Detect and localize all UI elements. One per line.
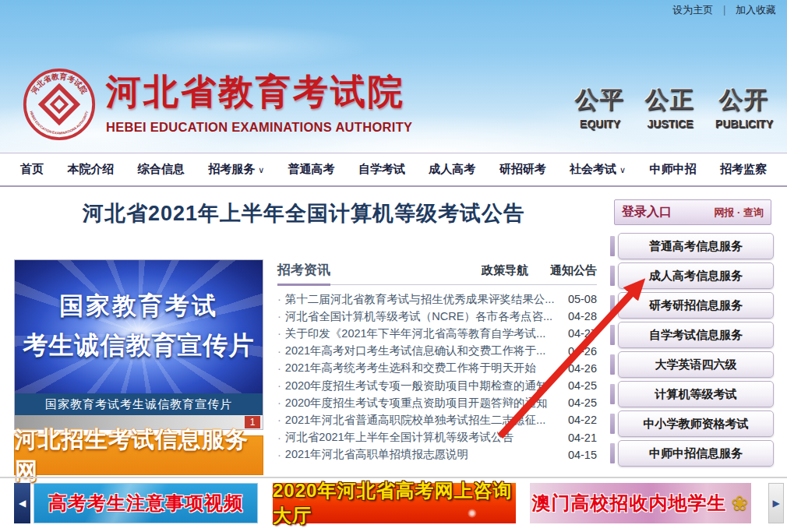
news-item-title: 2021年河北省普通高职院校单独考试招生二志愿征... <box>285 413 561 428</box>
sidebar-btn-cet[interactable]: 大学英语四六级 <box>618 351 774 378</box>
news-item-title: 河北省2021年上半年全国计算机等级考试公告 <box>285 430 561 445</box>
left-arrow-icon: ◀ <box>19 498 26 509</box>
purple-tab-icon <box>610 354 615 375</box>
banner-online-consult-hall[interactable]: 2020年河北省高考网上咨询大厅 <box>273 483 516 523</box>
bullet-icon: · <box>277 293 281 305</box>
sidebar-btn-adult-exam-info[interactable]: 成人高考信息服务 <box>618 262 774 289</box>
sidebar-services: 普通高考信息服务 成人高考信息服务 研考研招信息服务 自学考试信息服务 大学英语… <box>610 234 774 470</box>
sidebar-row: 中小学教师资格考试 <box>610 411 774 436</box>
login-entry-title: 登录入口 <box>622 204 672 220</box>
news-item-date: 04-15 <box>561 449 597 461</box>
tab-notices[interactable]: 通知公告 <box>550 263 597 278</box>
news-list: ·第十二届河北省教育考试与招生优秀成果评奖结果公...05-08 ·河北省全国计… <box>277 291 597 463</box>
site-brand: 河北省教育考试院 HEBEI EDUCATION EXAMINATIONS AU… <box>106 69 433 135</box>
news-item-date: 04-21 <box>561 432 597 444</box>
news-item-title: 第十二届河北省教育考试与招生优秀成果评奖结果公... <box>285 292 561 307</box>
sidebar-row: 研考研招信息服务 <box>610 293 774 318</box>
bullet-icon: · <box>277 432 281 444</box>
nav-exam-services[interactable]: 招考服务∨ <box>208 162 264 177</box>
purple-tab-icon <box>610 236 615 256</box>
news-item[interactable]: ·河北省2021年上半年全国计算机等级考试公告04-21 <box>277 429 597 446</box>
purple-tab-icon <box>610 295 615 315</box>
chevron-down-icon: ∨ <box>258 165 264 174</box>
tab-policy-nav[interactable]: 政策导航 <box>482 263 528 278</box>
nav-graduate-exam[interactable]: 研招研考 <box>499 162 546 177</box>
news-item-title: 关于印发《2021年下半年河北省高等教育自学考试... <box>285 326 561 341</box>
banner-macau-universities-text: 澳门高校招收内地学生 <box>532 491 727 516</box>
motto-justice-zh: 公正 <box>645 84 695 116</box>
news-item[interactable]: ·2020年度招生考试专项一般资助项目中期检查的通知04-25 <box>277 377 597 394</box>
motto-publicity-zh: 公开 <box>715 84 773 116</box>
authority-seal-logo: 河北省教育考试院 HEBEI EDUCATION EXAMINATIONS AU… <box>22 67 97 142</box>
news-item-title: 2020年度招生考试专项一般资助项目中期检查的通知 <box>285 379 561 393</box>
motto-group: 公平 EQUITY 公正 JUSTICE 公开 PUBLICITY <box>575 84 773 130</box>
news-item[interactable]: ·2021年河北省普通高职院校单独考试招生二志愿征...04-22 <box>277 411 597 428</box>
main-headline[interactable]: 河北省2021年上半年全国计算机等级考试公告 <box>8 199 600 227</box>
service-site-banner[interactable]: 河北招生考试信息服务网 <box>14 435 263 475</box>
lotus-icon: ❀ <box>732 491 750 516</box>
nav-gaokao[interactable]: 普通高考 <box>288 162 335 177</box>
news-item[interactable]: ·第十二届河北省教育考试与招生优秀成果评奖结果公...05-08 <box>277 291 597 308</box>
add-favorite-link[interactable]: 加入收藏 <box>736 3 776 17</box>
banner-macau-universities[interactable]: 澳门高校招收内地学生 ❀ <box>530 483 751 523</box>
nav-general-info[interactable]: 综合信息 <box>138 162 185 177</box>
news-item-date: 04-28 <box>561 310 597 322</box>
set-home-link[interactable]: 设为主页 <box>672 3 713 17</box>
sidebar-btn-gaokao-info[interactable]: 普通高考信息服务 <box>618 233 774 259</box>
bullet-icon: · <box>277 310 281 322</box>
promo-video-thumbnail[interactable]: 国家教育考试 考生诚信教育宣传片 <box>15 260 263 393</box>
nav-about[interactable]: 本院介绍 <box>67 162 114 177</box>
promo-video-box[interactable]: 国家教育考试 考生诚信教育宣传片 国家教育考试考生诚信教育宣传片 1 <box>14 259 263 430</box>
nav-adult-exam[interactable]: 成人高考 <box>429 162 475 177</box>
nav-secondary-normal[interactable]: 中师中招 <box>650 162 697 177</box>
news-item[interactable]: ·河北省全国计算机等级考试（NCRE）各市各考点咨...04-28 <box>277 308 597 325</box>
carousel-prev-button[interactable]: ◀ <box>14 483 30 523</box>
bullet-icon: · <box>277 449 281 461</box>
news-item[interactable]: ·2021年高考对口考生考试信息确认和交费工作将于...04-26 <box>277 343 597 360</box>
news-item[interactable]: ·2020年度招生考试专项重点资助项目开题答辩的通知04-25 <box>277 394 597 411</box>
carousel-next-button[interactable]: ▶ <box>768 483 784 523</box>
sidebar-btn-teacher-cert[interactable]: 中小学教师资格考试 <box>618 410 774 437</box>
right-arrow-icon: ▶ <box>772 498 779 509</box>
news-item-date: 04-26 <box>561 345 597 358</box>
sidebar-btn-graduate-info[interactable]: 研考研招信息服务 <box>618 292 774 319</box>
news-item[interactable]: ·关于印发《2021年下半年河北省高等教育自学考试...04-27 <box>277 325 597 342</box>
nav-home[interactable]: 首页 <box>20 162 44 177</box>
news-section: 招考资讯 政策导航 通知公告 ·第十二届河北省教育考试与招生优秀成果评奖结果公.… <box>277 259 597 463</box>
nav-exam-services-label: 招考服务 <box>208 162 255 175</box>
sidebar-row: 成人高考信息服务 <box>610 263 774 288</box>
news-item-title: 2021年河北省高职单招填报志愿说明 <box>285 447 561 462</box>
purple-tab-icon <box>610 266 615 286</box>
header-sky: 设为主页 ｜ 加入收藏 河北省教育考试院 HEBEI EDUCATION EXA… <box>0 0 787 153</box>
purple-tab-icon <box>610 414 615 434</box>
nav-supervision[interactable]: 招考监察 <box>720 162 767 177</box>
main-nav: 首页 本院介绍 综合信息 招考服务∨ 普通高考 自学考试 成人高考 研招研考 社… <box>0 153 787 187</box>
sidebar-btn-secondary-normal-info[interactable]: 中师中招信息服务 <box>618 440 774 467</box>
nav-social-exam[interactable]: 社会考试∨ <box>570 162 626 177</box>
video-caption: 国家教育考试考生诚信教育宣传片 <box>15 393 263 415</box>
sidebar-row: 自学考试信息服务 <box>610 322 774 347</box>
chevron-down-icon: ∨ <box>619 165 626 174</box>
news-section-title[interactable]: 招考资讯 <box>277 261 330 286</box>
sidebar-btn-ncre[interactable]: 计算机等级考试 <box>618 381 774 407</box>
bullet-icon: · <box>277 379 281 392</box>
site-title: 河北省教育考试院 <box>106 69 433 115</box>
motto-publicity-en: PUBLICITY <box>715 118 773 130</box>
motto-equity-zh: 公平 <box>575 84 625 116</box>
banner-gaokao-video[interactable]: 高考考生注意事项视频 <box>34 483 258 523</box>
sidebar-btn-self-study-info[interactable]: 自学考试信息服务 <box>618 322 774 348</box>
bullet-icon: · <box>277 327 281 340</box>
news-item-date: 05-08 <box>561 293 597 305</box>
login-entry-box[interactable]: 登录入口 网报 · 查询 <box>614 199 771 225</box>
bullet-icon: · <box>277 345 281 358</box>
purple-tab-icon <box>610 325 615 345</box>
top-links-separator: ｜ <box>719 3 729 17</box>
nav-self-study[interactable]: 自学考试 <box>358 162 405 177</box>
news-item[interactable]: ·2021年河北省高职单招填报志愿说明04-15 <box>277 446 597 463</box>
login-report-query-links[interactable]: 网报 · 查询 <box>714 206 764 220</box>
bullet-icon: · <box>277 414 281 426</box>
news-item[interactable]: ·2021年高考统考考生选科和交费工作将于明天开始04-26 <box>277 360 597 377</box>
purple-tab-icon <box>610 384 615 404</box>
motto-justice: 公正 JUSTICE <box>645 84 695 130</box>
top-links: 设为主页 ｜ 加入收藏 <box>672 3 776 17</box>
